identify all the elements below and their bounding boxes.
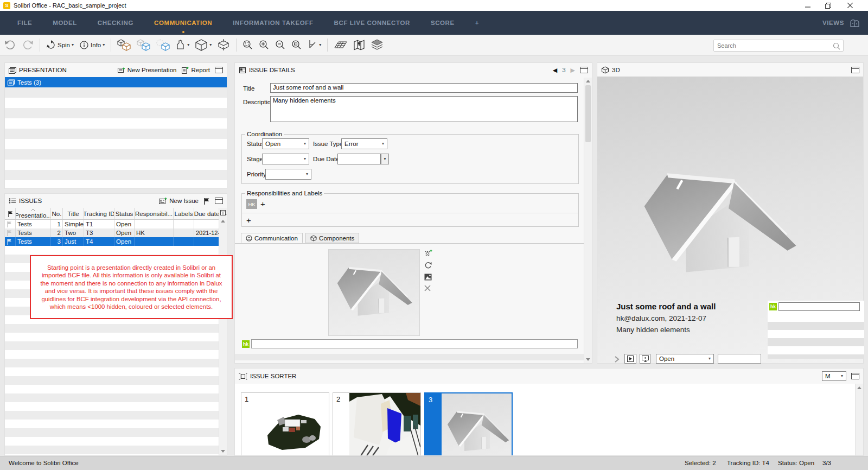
grid-slab-icon <box>334 40 348 50</box>
priority-select[interactable]: ▾ <box>265 169 311 180</box>
maximize-button[interactable] <box>819 0 837 11</box>
title-field[interactable]: Just some roof and a wall <box>270 83 578 93</box>
menu-bcf-live-connector[interactable]: BCF LIVE CONNECTOR <box>334 20 410 26</box>
issue-snapshot[interactable] <box>328 249 420 336</box>
play-presentation-button[interactable] <box>624 354 636 364</box>
redo-button[interactable] <box>22 40 34 50</box>
sorter-thumbnail-2[interactable]: 2 <box>333 392 421 455</box>
coordination-legend: Coordination <box>245 131 284 137</box>
components-icon <box>310 235 317 242</box>
description-field[interactable]: Many hidden elements <box>270 96 578 122</box>
column-labels[interactable]: Labels <box>174 208 194 219</box>
status-select[interactable]: Open▾ <box>262 138 309 149</box>
tab-components[interactable]: Components <box>305 233 359 243</box>
viewport-status-select[interactable]: Open▾ <box>656 354 714 364</box>
image-icon[interactable] <box>424 274 432 281</box>
issue-row-2[interactable]: Tests 2 Two T3 Open HK 2021-12-... <box>5 228 227 237</box>
comment-input[interactable] <box>251 339 578 348</box>
zoom-window-button[interactable] <box>291 40 302 50</box>
show-all-button[interactable] <box>117 39 131 51</box>
menu-checking[interactable]: CHECKING <box>98 20 133 26</box>
add-responsible-button[interactable]: + <box>260 200 265 208</box>
column-chooser-icon[interactable] <box>220 209 227 217</box>
column-flag[interactable] <box>5 208 16 219</box>
zoom-out-button[interactable] <box>275 40 286 50</box>
column-due-date[interactable]: Due date <box>194 208 220 219</box>
column-presentation[interactable]: Presentatio... <box>16 208 51 219</box>
nav-next-icon[interactable]: ▶ <box>571 67 575 74</box>
panel-window-icon[interactable] <box>215 198 223 204</box>
chevron-down-icon: ▾ <box>304 157 306 161</box>
sorter-thumbnail-3-selected[interactable]: 3 <box>424 392 513 455</box>
zoom-in-button[interactable] <box>259 40 270 50</box>
menu-model[interactable]: MODEL <box>53 20 77 26</box>
layers-button[interactable] <box>371 39 384 51</box>
menu-add-tab[interactable]: + <box>475 20 479 26</box>
chevron-down-icon: ▾ <box>187 43 189 47</box>
column-no[interactable]: No. <box>51 208 63 219</box>
panel-window-icon[interactable] <box>851 67 859 73</box>
report-icon <box>181 66 189 74</box>
panel-window-icon[interactable] <box>851 373 859 379</box>
map-button[interactable] <box>353 40 365 50</box>
section-box-button[interactable] <box>217 39 230 51</box>
close-button[interactable] <box>841 0 859 11</box>
viewport-tracking-input[interactable] <box>718 354 761 364</box>
new-presentation-label: New Presentation <box>127 67 177 73</box>
sorter-scrollbar[interactable] <box>855 384 863 455</box>
mini-comment-input[interactable] <box>778 302 860 311</box>
nav-prev-icon[interactable]: ◀ <box>553 67 557 74</box>
menu-views[interactable]: VIEWS <box>822 17 860 28</box>
panel-window-icon[interactable] <box>580 67 588 73</box>
issue-row-1[interactable]: Tests 1 Simple T1 Open <box>5 220 227 228</box>
sorter-thumbnail-1[interactable]: 1 <box>241 392 329 455</box>
details-scrollbar[interactable] <box>584 78 592 363</box>
new-snapshot-icon[interactable] <box>424 249 432 257</box>
panel-window-icon[interactable] <box>215 67 223 73</box>
add-label-button[interactable]: + <box>246 216 251 224</box>
due-date-field[interactable] <box>337 154 381 164</box>
presentation-item-tests[interactable]: Tests (3) <box>5 77 227 87</box>
spin-button[interactable]: Spin▾ <box>46 40 74 50</box>
search-input[interactable] <box>714 40 828 51</box>
new-presentation-button[interactable]: New Presentation <box>117 66 177 74</box>
undo-button[interactable] <box>4 40 16 50</box>
report-button[interactable]: Report <box>181 66 210 74</box>
column-status[interactable]: Status <box>114 208 135 219</box>
tab-communication[interactable]: Communication <box>241 233 303 243</box>
menu-file[interactable]: FILE <box>17 20 32 26</box>
update-snapshot-icon[interactable] <box>424 262 432 269</box>
issues-scrollbar[interactable] <box>219 208 227 455</box>
column-tracking-id[interactable]: Tracking ID <box>84 208 114 219</box>
expand-button[interactable] <box>612 355 621 364</box>
communication-icon <box>246 235 252 242</box>
menu-communication[interactable]: COMMUNICATION <box>154 20 212 26</box>
stage-select[interactable]: ▾ <box>262 154 309 164</box>
delete-snapshot-icon[interactable] <box>424 285 431 291</box>
issue-row-3-selected[interactable]: Tests 3 Just T4 Open <box>5 237 227 246</box>
menu-information-takeoff[interactable]: INFORMATION TAKEOFF <box>233 20 313 26</box>
info-button[interactable]: Info▾ <box>79 40 105 50</box>
present-button[interactable] <box>640 354 650 364</box>
colorize-button[interactable]: ▾ <box>176 40 189 50</box>
cubes-dashed-blue-icon <box>156 39 170 51</box>
thumbnail-size-select[interactable]: M▾ <box>822 371 846 381</box>
column-responsibilities[interactable]: Responsibil... <box>135 208 174 219</box>
measure-button[interactable]: ▾ <box>308 40 321 50</box>
show-selected-button[interactable] <box>156 39 170 51</box>
footprint-button[interactable] <box>334 40 348 50</box>
menu-score[interactable]: SCORE <box>431 20 455 26</box>
due-date-picker-button[interactable]: ▾ <box>381 154 389 164</box>
minimize-button[interactable] <box>799 0 816 11</box>
issue-type-select[interactable]: Error▾ <box>341 138 387 149</box>
view-cube-button[interactable]: ▾ <box>195 39 212 51</box>
responsible-chip-hk[interactable]: HK <box>246 199 257 209</box>
flag-filter-icon[interactable] <box>203 198 210 205</box>
viewer-3d-header: 3D <box>597 63 863 77</box>
issue-sorter-header: ISSUE SORTER M▾ <box>235 369 863 384</box>
zoom-fit-button[interactable] <box>242 40 253 50</box>
hide-selected-button[interactable] <box>137 39 151 51</box>
column-title[interactable]: Title <box>63 208 84 219</box>
new-issue-button[interactable]: New Issue <box>158 197 199 205</box>
presentation-item-icon <box>8 79 15 86</box>
